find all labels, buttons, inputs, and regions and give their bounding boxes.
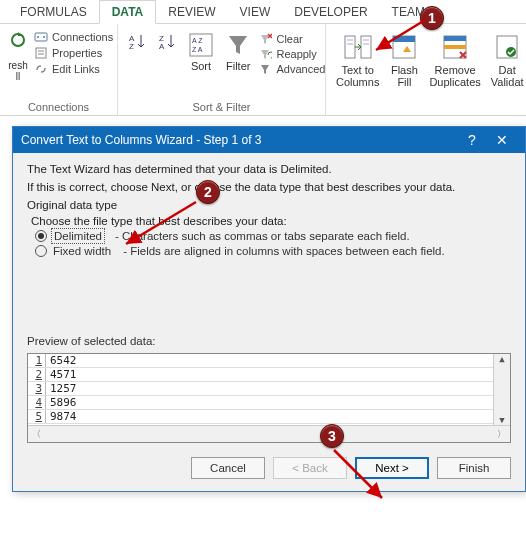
ribbon-tabs: FORMULAS DATA REVIEW VIEW DEVELOPER TEAM [0,0,526,24]
wizard-intro-2: If this is correct, choose Next, or choo… [27,181,511,193]
sort-za-button[interactable]: ZA [154,30,180,54]
remove-duplicates-icon [440,32,470,62]
close-button[interactable]: ✕ [487,132,517,148]
refresh-label: resh ll [8,60,27,82]
edit-links-label: Edit Links [52,63,100,75]
svg-text:Z A: Z A [192,46,203,53]
preview-box: 16542 24571 31257 45896 59874 ▲▼ 〈〉 [27,353,511,443]
clear-label: Clear [276,33,302,45]
wizard-dialog: Convert Text to Columns Wizard - Step 1 … [12,126,526,492]
next-button[interactable]: Next > [355,457,429,479]
dialog-title: Convert Text to Columns Wizard - Step 1 … [21,133,262,147]
svg-rect-16 [345,36,355,58]
svg-text:Z: Z [129,42,134,51]
advanced-label: Advanced [276,63,325,75]
svg-rect-26 [444,45,466,49]
choose-file-type-label: Choose the file type that best describes… [31,215,511,227]
ribbon-group-connections: resh ll Connections Properties Edit Link… [0,24,118,115]
filter-label: Filter [226,60,250,72]
svg-rect-17 [361,36,371,58]
sort-filter-group-label: Sort & Filter [124,101,319,115]
connections-icon [34,30,48,44]
data-tools-group-label [332,113,526,115]
filter-icon [226,32,250,58]
reapply-button[interactable]: Reapply [258,47,325,61]
remove-duplicates-button[interactable]: Remove Duplicates [425,30,484,90]
preview-row-val: 6542 [46,354,77,367]
sort-button[interactable]: A ZZ A Sort [184,30,218,74]
delimited-desc: - Characters such as commas or tabs sepa… [115,230,410,242]
data-validation-button[interactable]: Dat Validat [487,30,526,90]
edit-links-button[interactable]: Edit Links [34,62,113,76]
callout-3: 3 [320,424,344,448]
scroll-right-icon[interactable]: 〉 [497,428,506,441]
fixed-width-desc: - Fields are aligned in columns with spa… [123,245,445,257]
scroll-up-icon[interactable]: ▲ [499,354,504,364]
svg-rect-25 [444,36,466,41]
preview-horizontal-scrollbar[interactable]: 〈〉 [28,425,510,442]
text-to-columns-button[interactable]: Text to Columns [332,30,383,90]
preview-vertical-scrollbar[interactable]: ▲▼ [493,354,510,425]
svg-point-3 [43,36,45,38]
fixed-width-radio-row[interactable]: Fixed width - Fields are aligned in colu… [35,245,511,257]
preview-row: 45896 [28,396,510,410]
sort-icon: A ZZ A [188,32,214,58]
delimited-radio[interactable] [35,230,47,242]
svg-text:A: A [159,42,165,51]
tab-developer[interactable]: DEVELOPER [282,1,379,23]
dialog-titlebar[interactable]: Convert Text to Columns Wizard - Step 1 … [13,127,525,153]
data-type-group: Choose the file type that best describes… [27,215,511,325]
fixed-width-label: Fixed width [53,245,111,257]
preview-row-num: 4 [28,396,46,409]
svg-rect-4 [36,48,46,58]
preview-row: 31257 [28,382,510,396]
sort-label: Sort [191,60,211,72]
reapply-icon [258,47,272,61]
ribbon-group-data-tools: Text to Columns Flash Fill Remove Duplic… [326,24,526,115]
preview-row-num: 3 [28,382,46,395]
text-to-columns-icon [343,32,373,62]
cancel-button[interactable]: Cancel [191,457,265,479]
advanced-button[interactable]: Advanced [258,62,325,76]
sort-za-icon: ZA [158,32,176,52]
preview-row: 59874 [28,410,510,424]
fixed-width-radio[interactable] [35,245,47,257]
clear-icon [258,32,272,46]
refresh-all-button[interactable]: resh ll [6,28,30,84]
back-button: < Back [273,457,347,479]
tab-view[interactable]: VIEW [228,1,283,23]
flash-fill-label: Flash Fill [391,64,418,88]
scroll-down-icon[interactable]: ▼ [499,415,504,425]
sort-az-button[interactable]: AZ [124,30,150,54]
scroll-left-icon[interactable]: 〈 [32,428,41,441]
preview-row-val: 1257 [46,382,77,395]
connections-button[interactable]: Connections [34,30,113,44]
flash-fill-button[interactable]: Flash Fill [385,30,423,90]
preview-row: 16542 [28,354,510,368]
clear-button[interactable]: Clear [258,32,325,46]
tab-data[interactable]: DATA [99,0,157,24]
properties-button[interactable]: Properties [34,46,113,60]
svg-rect-23 [393,36,415,42]
properties-icon [34,46,48,60]
preview-row-val: 5896 [46,396,77,409]
preview-row-val: 4571 [46,368,77,381]
ribbon-body: resh ll Connections Properties Edit Link… [0,24,526,116]
wizard-intro-1: The Text Wizard has determined that your… [27,163,511,175]
flash-fill-icon [389,32,419,62]
dialog-buttons: Cancel < Back Next > Finish [27,457,511,479]
ribbon-group-sort-filter: AZ ZA A ZZ A Sort Filter Clear Rea [118,24,326,115]
preview-label: Preview of selected data: [27,335,511,347]
properties-label: Properties [52,47,102,59]
tab-formulas[interactable]: FORMULAS [8,1,99,23]
filter-button[interactable]: Filter [222,30,254,74]
sort-az-icon: AZ [128,32,146,52]
delimited-radio-row[interactable]: Delimited - Characters such as commas or… [35,230,511,242]
refresh-icon [9,30,27,58]
tab-review[interactable]: REVIEW [156,1,227,23]
svg-point-2 [37,36,39,38]
finish-button[interactable]: Finish [437,457,511,479]
preview-row: 24571 [28,368,510,382]
original-data-type-label: Original data type [27,199,511,211]
help-button[interactable]: ? [457,132,487,148]
